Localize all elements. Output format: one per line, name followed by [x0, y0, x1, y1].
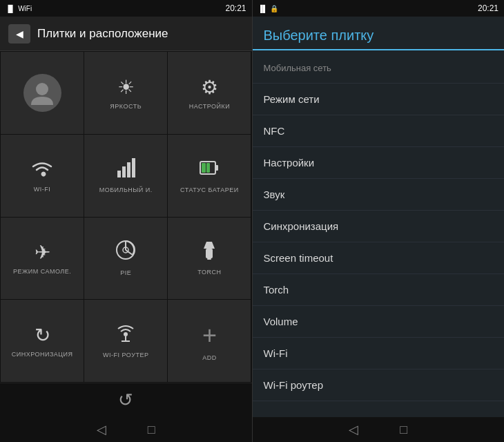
battery-icon	[200, 158, 219, 182]
list-item-nfc[interactable]: NFC	[253, 115, 505, 147]
avatar-icon	[28, 79, 56, 106]
lock-icon: 🔒	[270, 5, 278, 12]
left-back-nav[interactable]: ◁	[76, 422, 127, 437]
menu-item-label-screen-timeout: Screen timeout	[264, 252, 333, 264]
menu-item-label-wifi-router: Wi-Fi роутер	[264, 379, 324, 391]
left-header: ◀ Плитки и расположение	[0, 17, 252, 51]
settings-icon: ⚙	[201, 76, 218, 99]
right-nav-bar: ◁ □	[253, 417, 505, 442]
airplane-label: РЕЖИМ САМОЛЕ.	[10, 268, 74, 275]
back-button[interactable]: ◀	[8, 24, 30, 44]
torch-icon	[200, 240, 219, 265]
signal-bars-icon: ▐▌	[258, 5, 268, 12]
brightness-label: ЯРКОСТЬ	[107, 103, 144, 110]
list-item-wifi-router[interactable]: Wi-Fi роутер	[253, 369, 505, 401]
tile-sync[interactable]: ↻ СИНХРОНИЗАЦИЯ	[1, 300, 84, 382]
svg-point-16	[124, 332, 128, 336]
status-bar-left: ▐▌ WiFi 20:21	[0, 0, 252, 17]
tile-torch[interactable]: TORCH	[168, 218, 251, 300]
left-time: 20:21	[225, 3, 246, 13]
right-panel: ▐▌ 🔒 20:21 Выберите плитку Мобильная сет…	[253, 0, 505, 442]
restore-icon[interactable]: ↺	[118, 390, 133, 411]
list-item-settings[interactable]: Настройки	[253, 147, 505, 179]
menu-item-label-network-mode: Режим сети	[264, 93, 320, 105]
status-bar-right: ▐▌ 🔒 20:21	[253, 0, 505, 17]
airplane-icon: ✈	[35, 241, 50, 264]
right-signal-icons: ▐▌ 🔒	[258, 5, 278, 12]
tile-brightness[interactable]: ☀ ЯРКОСТЬ	[84, 52, 167, 134]
back-icon: ◀	[16, 28, 23, 39]
left-nav-bar: ◁ □	[0, 417, 252, 442]
left-home-nav[interactable]: □	[127, 423, 176, 437]
right-back-nav[interactable]: ◁	[328, 422, 379, 437]
sync-label: СИНХРОНИЗАЦИЯ	[9, 351, 76, 358]
brightness-icon: ☀	[117, 76, 135, 99]
wifi-icon	[31, 159, 53, 182]
list-item-volume[interactable]: Volume	[253, 306, 505, 338]
tile-battery[interactable]: СТАТУС БАТАРЕИ	[168, 135, 251, 217]
tiles-grid: ☀ ЯРКОСТЬ ⚙ НАСТРОЙКИ WI-FI	[0, 51, 252, 383]
menu-item-label-volume: Volume	[264, 316, 298, 327]
right-time: 20:21	[478, 3, 498, 13]
tile-wifi[interactable]: WI-FI	[1, 135, 84, 217]
menu-item-label-settings: Настройки	[264, 157, 315, 169]
list-item-torch[interactable]: Torch	[253, 274, 505, 306]
tile-avatar[interactable]	[1, 52, 84, 134]
list-item-network-mode[interactable]: Режим сети	[253, 84, 505, 115]
right-home-nav[interactable]: □	[379, 423, 428, 437]
tile-pie[interactable]: PIE	[84, 218, 167, 300]
left-panel: ▐▌ WiFi 20:21 ◀ Плитки и расположение ☀ …	[0, 0, 252, 442]
tile-airplane[interactable]: ✈ РЕЖИМ САМОЛЕ.	[1, 218, 84, 300]
wifi-status-icon: WiFi	[18, 5, 32, 12]
menu-item-label-torch: Torch	[264, 284, 289, 296]
svg-rect-6	[215, 165, 218, 171]
dialog-header: Выберите плитку	[253, 17, 505, 49]
pie-label: PIE	[117, 269, 134, 276]
wifi-router-label: WI-FI РОУТЕР	[100, 352, 151, 358]
signal-icon: ▐▌	[6, 5, 15, 12]
svg-rect-8	[206, 163, 210, 173]
menu-item-label-sound: Звук	[264, 189, 285, 200]
svg-rect-14	[206, 249, 213, 258]
svg-rect-7	[202, 163, 206, 173]
svg-marker-13	[204, 242, 215, 249]
tile-mobile[interactable]: МОБИЛЬНЫЙ И.	[84, 135, 167, 217]
menu-item-label-nfc: NFC	[264, 125, 285, 137]
svg-rect-3	[127, 162, 130, 177]
list-item-dimmed[interactable]: Мобильная сеть	[253, 53, 505, 84]
dialog-title: Выберите плитку	[264, 28, 494, 44]
sync-icon: ↻	[35, 324, 50, 347]
add-label: ADD	[200, 354, 220, 361]
menu-item-label-sync: Синхронизация	[264, 220, 339, 232]
left-signal-icons: ▐▌ WiFi	[6, 5, 32, 12]
tile-settings[interactable]: ⚙ НАСТРОЙКИ	[168, 52, 251, 134]
page-title: Плитки и расположение	[37, 27, 168, 41]
list-item-sync[interactable]: Синхронизация	[253, 211, 505, 242]
svg-point-0	[36, 83, 48, 95]
torch-label: TORCH	[195, 269, 224, 276]
dialog-divider	[253, 49, 505, 50]
wifi-router-icon	[115, 323, 137, 347]
wifi-label: WI-FI	[31, 186, 54, 193]
svg-rect-1	[117, 171, 121, 177]
mobile-icon	[116, 158, 135, 182]
add-icon: +	[202, 321, 217, 350]
tile-wifi-router[interactable]: WI-FI РОУТЕР	[84, 300, 167, 382]
svg-rect-15	[207, 258, 211, 260]
menu-item-label-wifi: Wi-Fi	[264, 347, 288, 359]
bottom-restore-bar: ↺	[0, 383, 252, 417]
svg-rect-4	[132, 158, 135, 177]
list-item-screen-timeout[interactable]: Screen timeout	[253, 242, 505, 274]
menu-item-label-dimmed: Мобильная сеть	[264, 63, 331, 73]
list-item-wifi[interactable]: Wi-Fi	[253, 338, 505, 369]
mobile-label: МОБИЛЬНЫЙ И.	[97, 186, 155, 193]
svg-rect-2	[122, 166, 126, 177]
settings-label: НАСТРОЙКИ	[186, 103, 233, 110]
battery-label: СТАТУС БАТАРЕИ	[177, 186, 242, 193]
list-item-sound[interactable]: Звук	[253, 179, 505, 211]
menu-list: Мобильная сеть Режим сети NFC Настройки …	[253, 53, 505, 417]
tile-add[interactable]: + ADD	[168, 300, 251, 382]
pie-icon	[115, 240, 136, 265]
